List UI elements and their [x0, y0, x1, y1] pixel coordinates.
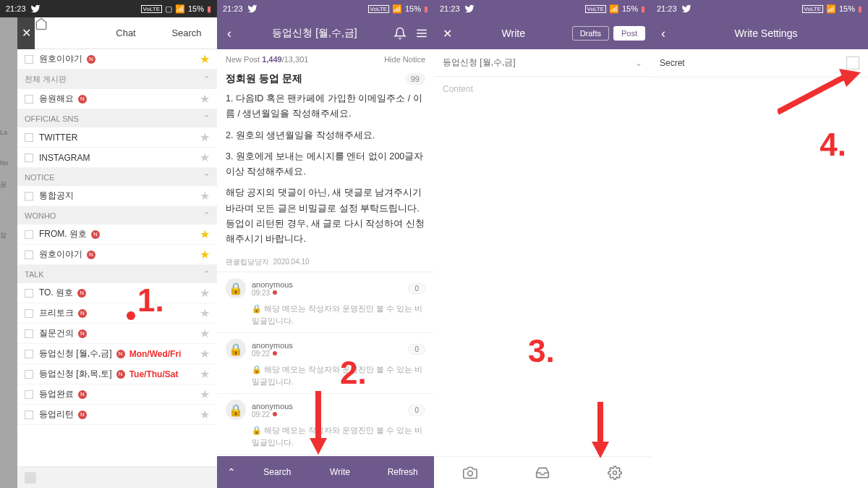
star-icon[interactable]: ★ — [200, 347, 210, 361]
write-header: ✕ Write Drafts Post — [434, 17, 651, 49]
panel-sidebar: 21:23 VoLTE ▢ 📶 15% ▮ La No 꿈 Lyk TO. 잠 … — [0, 0, 217, 488]
star-icon[interactable]: ★ — [200, 189, 210, 203]
new-count: 1,449 — [262, 55, 282, 64]
section-wonho[interactable]: WONHO⌃ — [17, 206, 217, 224]
section-official-sns[interactable]: OFFICIAL SNS⌃ — [17, 109, 217, 127]
new-badge: N — [77, 289, 86, 298]
battery-icon: ▮ — [207, 4, 211, 14]
svg-point-6 — [613, 471, 617, 474]
status-time: 21:23 — [223, 4, 243, 13]
chat-tab[interactable]: Chat — [95, 17, 156, 49]
bg-text: 꿈 — [0, 181, 17, 189]
gear-icon[interactable] — [608, 466, 622, 480]
panel-post-view: 21:23 VoLTE📶15%▮ ‹ 등업신청 [월,수,금] New Post… — [217, 0, 434, 488]
comment-zero: 0 — [408, 283, 425, 294]
sidebar-item-levelup-tts[interactable]: 등업신청 [화,목,토]NTue/Thu/Sat★ — [17, 364, 217, 384]
section-notice[interactable]: NOTICE⌃ — [17, 168, 217, 186]
section-all-boards[interactable]: 전체 게시판⌃ — [17, 70, 217, 89]
star-icon[interactable]: ★ — [200, 327, 210, 340]
top-tabs: ✕ Chat Search — [17, 17, 217, 49]
secret-row[interactable]: Secret — [651, 49, 868, 77]
inbox-icon[interactable] — [535, 466, 550, 480]
new-badge: N — [78, 329, 87, 338]
board-selector[interactable]: 등업신청 [월,수,금] ⌄ — [434, 49, 651, 77]
back-button[interactable]: ‹ — [657, 26, 670, 41]
post-button[interactable]: Post — [613, 26, 645, 41]
close-button[interactable]: ✕ — [17, 17, 35, 49]
menu-icon[interactable] — [415, 27, 428, 40]
comment-item[interactable]: 🔒anonymous09:220 🔒 해당 메모는 작성자와 운영진만 볼 수 … — [217, 333, 434, 394]
status-volte: VoLTE — [585, 5, 606, 13]
search-tab[interactable]: Search — [156, 17, 217, 49]
comment-time: 09:22 — [252, 350, 270, 358]
sidebar-item-to-wonho[interactable]: TO. 원호N★ — [17, 283, 217, 303]
twitter-icon — [30, 4, 41, 14]
expand-up-button[interactable]: ⌃ — [217, 466, 246, 478]
star-icon[interactable]: ★ — [200, 151, 210, 164]
sidebar-item-levelup-mwf[interactable]: 등업신청 [월,수,금]NMon/Wed/Fri★ — [17, 344, 217, 364]
board-name: 등업신청 [월,수,금] — [443, 56, 516, 69]
close-button[interactable]: ✕ — [440, 27, 455, 41]
sidebar-item-levelup-return[interactable]: 등업리턴N★ — [17, 405, 217, 425]
sidebar-item-instagram[interactable]: INSTAGRAM★ — [17, 148, 217, 168]
status-bar: 21:23 VoLTE📶15%▮ — [217, 0, 434, 17]
comment-zero: 0 — [408, 405, 425, 416]
post-stats: New Post 1,449/13,301 Hide Notice — [217, 49, 434, 70]
bottom-toolbar: ⌃ Search Write Refresh — [217, 456, 434, 488]
sidebar-item-levelup-done[interactable]: 등업완료N★ — [17, 384, 217, 405]
camera-icon[interactable] — [463, 466, 477, 480]
battery-icon: ▮ — [641, 4, 645, 14]
comment-item[interactable]: 🔒anonymous09:220 🔒 해당 메모는 작성자와 운영진만 볼 수 … — [217, 394, 434, 455]
write-title: Write — [455, 28, 572, 39]
star-icon[interactable]: ★ — [200, 367, 210, 381]
content-input[interactable]: Content — [434, 77, 651, 456]
search-button[interactable]: Search — [246, 467, 309, 477]
profile-bar[interactable] — [17, 466, 217, 488]
lock-icon: 🔒 — [226, 278, 246, 298]
comment-zero: 0 — [408, 344, 425, 355]
new-dot — [273, 412, 277, 416]
star-icon[interactable]: ★ — [200, 227, 210, 241]
chevron-down-icon: ⌄ — [635, 58, 642, 68]
annotation-dot — [127, 311, 135, 320]
twitter-icon — [464, 4, 475, 14]
signal-icon: 📶 — [392, 4, 402, 14]
avatar-icon — [25, 472, 36, 484]
drafts-button[interactable]: Drafts — [572, 26, 609, 41]
signal-icon: 📶 — [826, 4, 836, 14]
sidebar-item-combined-notice[interactable]: 통합공지★ — [17, 186, 217, 206]
bg-text: La — [0, 129, 17, 137]
sidebar-item-freetalk[interactable]: 프리토크N★ — [17, 303, 217, 324]
star-icon[interactable]: ★ — [200, 248, 210, 261]
star-icon[interactable]: ★ — [200, 408, 210, 421]
star-icon[interactable]: ★ — [200, 286, 210, 300]
star-icon[interactable]: ★ — [200, 92, 210, 106]
comment-body: 🔒 해당 메모는 작성자와 운영진만 볼 수 있는 비밀글입니다. — [226, 359, 425, 387]
star-icon[interactable]: ★ — [200, 52, 210, 66]
comment-body: 🔒 해당 메모는 작성자와 운영진만 볼 수 있는 비밀글입니다. — [226, 420, 425, 448]
sidebar-item-wonho-story[interactable]: 원호이야기N★ — [17, 49, 217, 70]
board-title: 등업신청 [월,수,금] — [236, 27, 393, 40]
back-button[interactable]: ‹ — [223, 26, 236, 41]
home-tab[interactable] — [35, 17, 95, 49]
sidebar-item-from-wonho[interactable]: FROM. 원호N★ — [17, 224, 217, 245]
twitter-icon — [681, 4, 692, 14]
sidebar-item-twitter[interactable]: TWITTER★ — [17, 127, 217, 148]
star-icon[interactable]: ★ — [200, 387, 210, 401]
sidebar-item-wonho-story2[interactable]: 원호이야기N★ — [17, 245, 217, 265]
section-talk[interactable]: TALK⌃ — [17, 265, 217, 283]
comment-item[interactable]: 🔒anonymous09:230 🔒 해당 메모는 작성자와 운영진만 볼 수 … — [217, 272, 434, 333]
new-badge: N — [78, 309, 87, 318]
write-button[interactable]: Write — [309, 467, 372, 477]
star-icon[interactable]: ★ — [200, 130, 210, 144]
refresh-button[interactable]: Refresh — [371, 467, 434, 477]
bell-icon[interactable] — [393, 27, 407, 40]
status-battery: 15% — [405, 4, 421, 13]
sidebar-item-cheer[interactable]: 응원해요N★ — [17, 89, 217, 109]
secret-checkbox[interactable] — [846, 56, 859, 70]
comment-body: 🔒 해당 메모는 작성자와 운영진만 볼 수 있는 비밀글입니다. — [226, 298, 425, 327]
lock-icon: 🔒 — [226, 400, 246, 420]
sidebar-item-questions[interactable]: 질문건의N★ — [17, 324, 217, 344]
star-icon[interactable]: ★ — [200, 306, 210, 320]
hide-notice-button[interactable]: Hide Notice — [384, 55, 425, 64]
